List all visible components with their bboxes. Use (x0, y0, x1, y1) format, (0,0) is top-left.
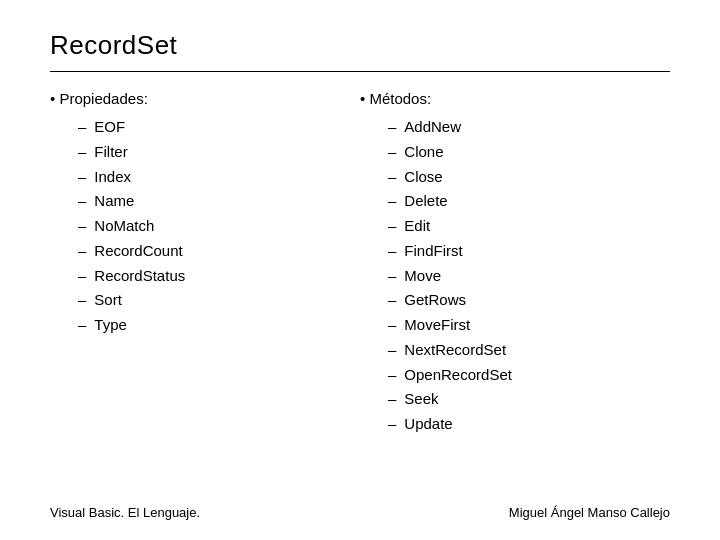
dash-icon: – (388, 214, 396, 239)
list-item: –GetRows (388, 288, 670, 313)
footer: Visual Basic. El Lenguaje. Miguel Ángel … (50, 495, 670, 520)
list-item: –Seek (388, 387, 670, 412)
propiedades-list: –EOF –Filter –Index –Name –NoMatch –Reco… (50, 115, 360, 338)
dash-icon: – (78, 140, 86, 165)
item-label: Update (404, 412, 452, 437)
dash-icon: – (78, 239, 86, 264)
item-label: RecordCount (94, 239, 182, 264)
list-item: –Filter (78, 140, 360, 165)
dash-icon: – (388, 313, 396, 338)
propiedades-title: • Propiedades: (50, 90, 148, 107)
list-item: –Index (78, 165, 360, 190)
item-label: Move (404, 264, 441, 289)
footer-right: Miguel Ángel Manso Callejo (509, 505, 670, 520)
list-item: –Delete (388, 189, 670, 214)
dash-icon: – (388, 288, 396, 313)
item-label: Name (94, 189, 134, 214)
metodos-header: • Métodos: (360, 90, 670, 107)
item-label: NoMatch (94, 214, 154, 239)
item-label: Close (404, 165, 442, 190)
dash-icon: – (388, 140, 396, 165)
page-title: RecordSet (50, 30, 670, 61)
dash-icon: – (78, 264, 86, 289)
list-item: –Update (388, 412, 670, 437)
item-label: OpenRecordSet (404, 363, 512, 388)
propiedades-header: • Propiedades: (50, 90, 360, 107)
item-label: Type (94, 313, 127, 338)
right-column: • Métodos: –AddNew –Clone –Close –Delete… (360, 90, 670, 495)
list-item: –Move (388, 264, 670, 289)
item-label: Delete (404, 189, 447, 214)
dash-icon: – (388, 189, 396, 214)
item-label: Index (94, 165, 131, 190)
item-label: Sort (94, 288, 122, 313)
page: RecordSet • Propiedades: –EOF –Filter –I… (0, 0, 720, 540)
item-label: Clone (404, 140, 443, 165)
list-item: –Name (78, 189, 360, 214)
item-label: RecordStatus (94, 264, 185, 289)
list-item: –Close (388, 165, 670, 190)
list-item: –RecordCount (78, 239, 360, 264)
dash-icon: – (78, 288, 86, 313)
list-item: –MoveFirst (388, 313, 670, 338)
list-item: –NextRecordSet (388, 338, 670, 363)
dash-icon: – (388, 338, 396, 363)
item-label: AddNew (404, 115, 461, 140)
list-item: –OpenRecordSet (388, 363, 670, 388)
dash-icon: – (78, 189, 86, 214)
list-item: –FindFirst (388, 239, 670, 264)
item-label: GetRows (404, 288, 466, 313)
dash-icon: – (388, 412, 396, 437)
dash-icon: – (78, 214, 86, 239)
dash-icon: – (388, 264, 396, 289)
divider (50, 71, 670, 72)
metodos-list: –AddNew –Clone –Close –Delete –Edit –Fin… (360, 115, 670, 437)
item-label: MoveFirst (404, 313, 470, 338)
dash-icon: – (388, 115, 396, 140)
item-label: Filter (94, 140, 127, 165)
dash-icon: – (78, 115, 86, 140)
item-label: Edit (404, 214, 430, 239)
list-item: –Clone (388, 140, 670, 165)
dash-icon: – (388, 387, 396, 412)
dash-icon: – (388, 239, 396, 264)
list-item: –Type (78, 313, 360, 338)
item-label: FindFirst (404, 239, 462, 264)
list-item: –AddNew (388, 115, 670, 140)
left-column: • Propiedades: –EOF –Filter –Index –Name… (50, 90, 360, 495)
dash-icon: – (78, 165, 86, 190)
metodos-title: • Métodos: (360, 90, 431, 107)
dash-icon: – (388, 363, 396, 388)
dash-icon: – (78, 313, 86, 338)
item-label: EOF (94, 115, 125, 140)
list-item: –Edit (388, 214, 670, 239)
list-item: –EOF (78, 115, 360, 140)
footer-left: Visual Basic. El Lenguaje. (50, 505, 200, 520)
list-item: –Sort (78, 288, 360, 313)
item-label: Seek (404, 387, 438, 412)
list-item: –RecordStatus (78, 264, 360, 289)
item-label: NextRecordSet (404, 338, 506, 363)
list-item: –NoMatch (78, 214, 360, 239)
content-area: • Propiedades: –EOF –Filter –Index –Name… (50, 90, 670, 495)
dash-icon: – (388, 165, 396, 190)
